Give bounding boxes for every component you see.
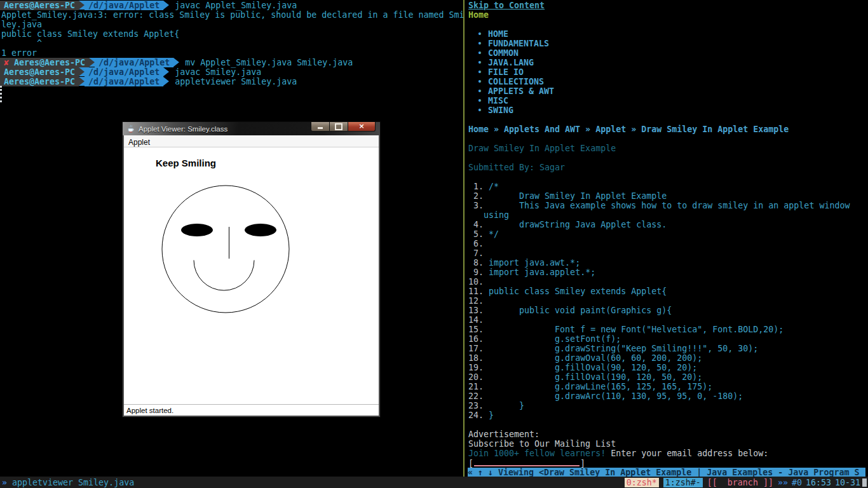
line-number: 21. [468, 382, 484, 391]
terminal-cursor [0, 86, 2, 102]
nav-item-label: JAVA.LANG [488, 58, 534, 67]
email-prompt: Enter your email address below: [606, 449, 768, 458]
session-number: #0 [792, 478, 802, 487]
nav-item-label: HOME [488, 29, 508, 39]
nav-item-label: COMMON [488, 48, 519, 58]
nav-item-label: SWING [488, 105, 513, 115]
maximize-button[interactable] [329, 122, 348, 132]
line-number: 8. [468, 258, 484, 268]
code-line: 6. [468, 239, 850, 248]
line-number: 17. [468, 344, 484, 353]
join-line: Join 1000+ fellow learners! Enter your e… [468, 449, 768, 458]
tmux-window-0[interactable]: 0:zsh* [625, 478, 659, 487]
advertisement-label: Advertisement: [468, 430, 539, 439]
bullet-icon: • [477, 29, 482, 39]
home-link[interactable]: Home [468, 10, 489, 20]
code-text: Draw Smiley In Applet Example [484, 191, 667, 201]
command-text: appletviewer Smiley.java [169, 77, 297, 86]
line-number: 1. [468, 182, 484, 191]
nav-item[interactable]: •HOME [477, 29, 554, 39]
error-mark-icon: ✘ [4, 58, 14, 67]
tmux-window-1[interactable]: 1:zsh#- [663, 478, 703, 487]
code-text: */ [484, 229, 499, 239]
window-controls: × [311, 122, 376, 132]
bracket-open: [ [468, 459, 473, 468]
code-line: 5. */ [468, 229, 850, 239]
window-menubar: Applet [124, 135, 379, 147]
site-nav-list: •HOME•FUNDAMENTALS•COMMON•JAVA.LANG•FILE… [477, 29, 554, 115]
prompt-path-segment: /d/java/Applet [85, 67, 163, 77]
nav-item[interactable]: •APPLETS & AWT [477, 86, 554, 96]
maximize-icon [335, 123, 342, 130]
code-line: 21. g.drawLine(165, 125, 165, 175); [468, 382, 850, 391]
status-right: 0:zsh* 1:zsh#- [[ branch ]] »» #0 16:53 … [625, 478, 868, 487]
smiley-right-eye [245, 224, 276, 236]
code-line: 2. Draw Smiley In Applet Example [468, 191, 850, 201]
breadcrumb[interactable]: Home » Applets And AWT » Applet » Draw S… [468, 125, 789, 134]
code-text: g.drawLine(165, 125, 165, 175); [484, 382, 712, 391]
nav-item[interactable]: •FUNDAMENTALS [477, 39, 554, 48]
skip-to-content-link[interactable]: Skip to Content [468, 1, 545, 10]
compiler-error-line: Applet_Smiley.java:3: error: class Smile… [1, 10, 463, 20]
powerline-arrow-icon [89, 58, 95, 67]
code-line: 18. g.drawOval(60, 60, 200, 200); [468, 353, 850, 363]
clock-time: 16:53 [806, 478, 831, 487]
code-line: 14. [468, 315, 850, 325]
nav-item[interactable]: •JAVA.LANG [477, 58, 554, 67]
line-number: 16. [468, 334, 484, 344]
code-text: g.drawArc(110, 130, 95, 95, 0, -180); [484, 391, 743, 401]
line-number: 11. [468, 287, 484, 296]
powerline-arrow-icon [79, 77, 85, 86]
applet-canvas: Keep Smiling [124, 147, 379, 402]
window-title: Applet Viewer: Smiley.class [139, 125, 227, 133]
line-number: 7. [468, 248, 484, 258]
menu-applet[interactable]: Applet [124, 137, 154, 148]
code-text: drawString Java Applet class. [484, 220, 667, 229]
nav-item[interactable]: •FILE IO [477, 67, 554, 77]
email-input[interactable] [474, 458, 580, 466]
prompt-path-segment: /d/java/Applet [85, 1, 163, 10]
code-text: g.setFont(f); [484, 334, 621, 344]
command-text: javac Smiley.java [169, 67, 261, 77]
error-source-line: public class Smiley extends Applet{ [1, 29, 179, 39]
prompt-user-segment: ✘ Aeres@Aeres-PC [0, 58, 89, 67]
nav-item[interactable]: •MISC [477, 96, 554, 105]
code-text: This Java example shows how to to draw s… [484, 201, 850, 210]
nav-item[interactable]: •COLLECTIONS [477, 77, 554, 86]
minimize-button[interactable] [311, 122, 330, 132]
applet-viewer-window[interactable]: Applet Viewer: Smiley.class × Applet Kee… [123, 122, 380, 417]
code-line: 12. [468, 296, 850, 306]
code-line: 1. /* [468, 182, 850, 191]
bullet-icon: • [477, 39, 482, 48]
line-number: 13. [468, 306, 484, 315]
code-text: g.drawString("Keep Smiling!!!", 50, 30); [484, 344, 758, 353]
close-button[interactable]: × [348, 122, 376, 132]
code-line: 20. g.fillOval(190, 120, 50, 20); [468, 372, 850, 382]
code-text: g.fillOval(190, 120, 50, 20); [484, 372, 702, 382]
tmux-status-bar: » appletviewer Smiley.java 0:zsh* 1:zsh#… [0, 477, 868, 488]
bullet-icon: • [477, 67, 482, 77]
bullet-icon: • [477, 105, 482, 115]
code-text: Font f = new Font("Helvetica", Font.BOLD… [484, 325, 783, 334]
prompt-user-segment: Aeres@Aeres-PC [0, 1, 79, 10]
nav-item[interactable]: •SWING [477, 105, 554, 115]
line-number: 2. [468, 191, 484, 201]
code-line: 8. import java.awt.*; [468, 258, 850, 268]
line-number: 20. [468, 372, 484, 382]
code-line: using [468, 210, 850, 220]
chevrons-icon: »» [778, 478, 788, 487]
code-line: 16. g.setFont(f); [468, 334, 850, 344]
line-number: 14. [468, 315, 484, 325]
prompt-user-segment: Aeres@Aeres-PC [0, 77, 79, 86]
bullet-icon: • [477, 58, 482, 67]
browser-pane: Skip to Content Home •HOME•FUNDAMENTALS•… [465, 0, 868, 477]
smiley-mouth [194, 261, 254, 291]
powerline-arrow-icon [163, 67, 169, 76]
close-icon: × [358, 123, 364, 130]
smiley-left-eye [181, 224, 213, 236]
status-left-text: appletviewer Smiley.java [7, 478, 134, 487]
nav-item[interactable]: •COMMON [477, 48, 554, 58]
bullet-icon: • [477, 96, 482, 105]
code-line: 9. import java.applet.*; [468, 268, 850, 277]
line-number: 19. [468, 363, 484, 372]
